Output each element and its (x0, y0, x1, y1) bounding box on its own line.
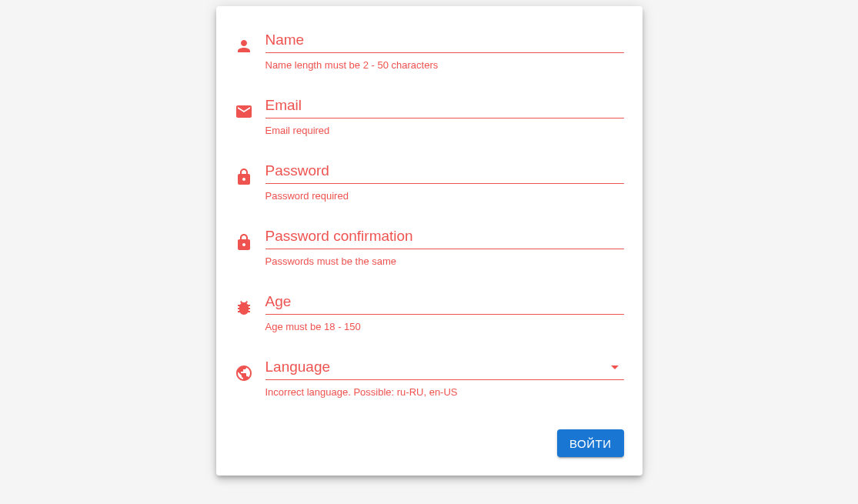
email-error: Email required (265, 125, 624, 137)
language-error: Incorrect language. Possible: ru-RU, en-… (265, 386, 624, 399)
age-field-body: Age Age must be 18 - 150 (265, 283, 624, 342)
email-icon (235, 102, 253, 121)
password-field-body: Password Password required (265, 152, 624, 212)
language-label: Language (265, 358, 331, 376)
form-actions: ВОЙТИ (235, 429, 624, 457)
age-label: Age (265, 292, 292, 311)
password-confirm-label: Password confirmation (265, 227, 413, 245)
password-field-row: Password Password required (235, 152, 624, 212)
name-error: Name length must be 2 - 50 characters (265, 59, 624, 72)
name-label: Name (265, 31, 305, 49)
age-input[interactable]: Age (265, 292, 624, 315)
language-select[interactable]: Language (265, 358, 624, 380)
email-label: Email (265, 96, 302, 115)
person-icon (235, 37, 253, 55)
lock-icon (235, 168, 253, 186)
signup-card: Name Name length must be 2 - 50 characte… (216, 6, 643, 476)
name-field-row: Name Name length must be 2 - 50 characte… (235, 22, 624, 81)
language-field-body: Language Incorrect language. Possible: r… (265, 349, 624, 408)
email-field-body: Email Email required (265, 87, 624, 146)
password-error: Password required (265, 190, 624, 202)
language-field-row: Language Incorrect language. Possible: r… (235, 349, 624, 408)
email-field-row: Email Email required (235, 87, 624, 146)
password-confirm-field-row: Password confirmation Passwords must be … (235, 218, 624, 277)
age-error: Age must be 18 - 150 (265, 321, 624, 333)
lock-icon (235, 233, 253, 252)
bug-icon (235, 299, 253, 317)
email-input[interactable]: Email (265, 96, 624, 118)
submit-button[interactable]: ВОЙТИ (557, 429, 623, 457)
password-label: Password (265, 162, 329, 180)
password-confirm-field-body: Password confirmation Passwords must be … (265, 218, 624, 277)
name-input[interactable]: Name (265, 31, 624, 53)
chevron-down-icon (606, 358, 624, 376)
password-confirm-input[interactable]: Password confirmation (265, 227, 624, 249)
age-field-row: Age Age must be 18 - 150 (235, 283, 624, 342)
password-confirm-error: Passwords must be the same (265, 255, 624, 268)
name-field-body: Name Name length must be 2 - 50 characte… (265, 22, 624, 81)
language-icon (235, 364, 253, 382)
password-input[interactable]: Password (265, 162, 624, 184)
